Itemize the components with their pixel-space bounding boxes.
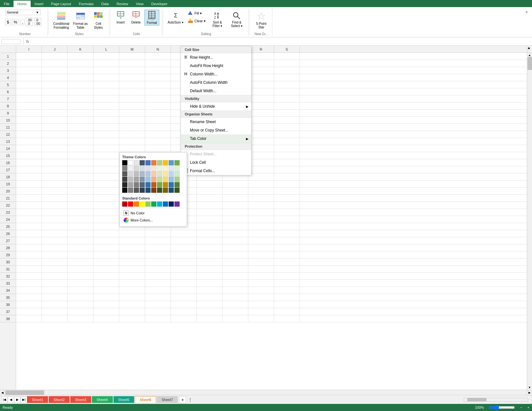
tab-home[interactable]: Home — [14, 1, 31, 7]
std-color-green[interactable] — [151, 201, 156, 207]
grid-cell[interactable] — [42, 88, 68, 95]
grid-cell[interactable] — [42, 216, 68, 223]
grid-cell[interactable] — [94, 195, 119, 202]
grid-cell[interactable] — [42, 280, 68, 287]
color-swatch[interactable] — [122, 166, 127, 171]
grid-cell[interactable] — [68, 88, 94, 95]
grid-cell[interactable] — [16, 60, 42, 67]
grid-cell[interactable] — [42, 202, 68, 209]
v-scroll-top[interactable]: ▲ — [527, 46, 532, 53]
color-swatch[interactable] — [163, 188, 168, 193]
grid-cell[interactable] — [248, 202, 274, 209]
col-header-k[interactable]: K — [68, 46, 94, 53]
grid-cell[interactable] — [274, 117, 300, 124]
color-swatch[interactable] — [128, 166, 133, 171]
grid-cell[interactable] — [119, 95, 145, 103]
lock-cell-item[interactable]: Lock Cell — [181, 158, 251, 167]
grid-cell[interactable] — [145, 308, 171, 315]
grid-cell[interactable] — [68, 159, 94, 166]
grid-cell[interactable] — [274, 237, 300, 244]
grid-cell[interactable] — [94, 60, 119, 67]
row-header-30[interactable]: 30 — [0, 259, 16, 266]
grid-cell[interactable] — [145, 237, 171, 244]
sheet-tab-sheet3[interactable]: Sheet3 — [70, 396, 91, 403]
grid-cell[interactable] — [119, 315, 145, 322]
grid-cell[interactable] — [248, 131, 274, 138]
grid-cell[interactable] — [68, 287, 94, 294]
grid-cell[interactable] — [145, 266, 171, 273]
color-swatch[interactable] — [134, 177, 139, 182]
move-copy-item[interactable]: Move or Copy Sheet... — [181, 126, 251, 134]
grid-cell[interactable] — [16, 95, 42, 103]
grid-cell[interactable] — [171, 315, 197, 322]
color-swatch[interactable] — [145, 182, 151, 187]
color-swatch[interactable] — [140, 188, 145, 193]
row-header-6[interactable]: 6 — [0, 88, 16, 95]
color-swatch[interactable] — [134, 182, 139, 187]
grid-cell[interactable] — [42, 67, 68, 74]
grid-cell[interactable] — [145, 103, 171, 110]
grid-cell[interactable] — [16, 301, 42, 308]
grid-cell[interactable] — [248, 237, 274, 244]
grid-cell[interactable] — [248, 173, 274, 181]
row-header-34[interactable]: 34 — [0, 287, 16, 294]
grid-cell[interactable] — [68, 202, 94, 209]
grid-cell[interactable] — [68, 230, 94, 237]
color-swatch[interactable] — [128, 182, 133, 187]
grid-cell[interactable] — [145, 124, 171, 131]
grid-cell[interactable] — [16, 173, 42, 181]
bottom-scroll-thumb[interactable] — [467, 398, 487, 401]
col-header-l[interactable]: L — [94, 46, 119, 53]
grid-cell[interactable] — [145, 230, 171, 237]
tab-scroll-prev[interactable]: ◀ — [8, 396, 14, 403]
grid-cell[interactable] — [145, 145, 171, 152]
color-swatch[interactable] — [134, 160, 139, 165]
grid-cell[interactable] — [16, 81, 42, 88]
grid-cell[interactable] — [68, 188, 94, 195]
grid-cell[interactable] — [248, 259, 274, 266]
col-header-r[interactable]: R — [248, 46, 274, 53]
grid-cell[interactable] — [94, 287, 119, 294]
std-color-darkred[interactable] — [122, 201, 127, 207]
row-header-27[interactable]: 27 — [0, 237, 16, 244]
grid-cell[interactable] — [42, 230, 68, 237]
grid-cell[interactable] — [42, 173, 68, 181]
grid-cell[interactable] — [42, 53, 68, 60]
grid-cell[interactable] — [94, 117, 119, 124]
color-swatch[interactable] — [128, 177, 133, 182]
grid-cell[interactable] — [197, 209, 222, 216]
color-swatch[interactable] — [151, 182, 156, 187]
grid-cell[interactable] — [42, 287, 68, 294]
grid-cell[interactable] — [222, 244, 248, 251]
grid-cell[interactable] — [274, 60, 300, 67]
grid-cell[interactable] — [248, 188, 274, 195]
grid-cell[interactable] — [119, 74, 145, 81]
grid-cell[interactable] — [42, 103, 68, 110]
color-swatch[interactable] — [174, 177, 180, 182]
row-header-31[interactable]: 31 — [0, 266, 16, 273]
color-swatch[interactable] — [140, 182, 145, 187]
grid-cell[interactable] — [145, 244, 171, 251]
grid-cell[interactable] — [68, 124, 94, 131]
grid-cell[interactable] — [94, 273, 119, 280]
grid-cell[interactable] — [94, 145, 119, 152]
grid-cell[interactable] — [248, 103, 274, 110]
grid-cell[interactable] — [145, 88, 171, 95]
grid-cell[interactable] — [119, 81, 145, 88]
grid-cell[interactable] — [197, 195, 222, 202]
grid-cell[interactable] — [171, 308, 197, 315]
color-swatch[interactable] — [174, 171, 180, 176]
grid-cell[interactable] — [171, 287, 197, 294]
grid-cell[interactable] — [145, 315, 171, 322]
color-swatch[interactable] — [140, 171, 145, 176]
grid-cell[interactable] — [248, 166, 274, 173]
row-header-21[interactable]: 21 — [0, 195, 16, 202]
grid-cell[interactable] — [248, 308, 274, 315]
grid-cell[interactable] — [145, 53, 171, 60]
grid-cell[interactable] — [94, 88, 119, 95]
grid-cell[interactable] — [42, 74, 68, 81]
grid-cell[interactable] — [222, 188, 248, 195]
grid-cell[interactable] — [119, 67, 145, 74]
color-swatch[interactable] — [163, 182, 168, 187]
grid-cell[interactable] — [42, 223, 68, 230]
